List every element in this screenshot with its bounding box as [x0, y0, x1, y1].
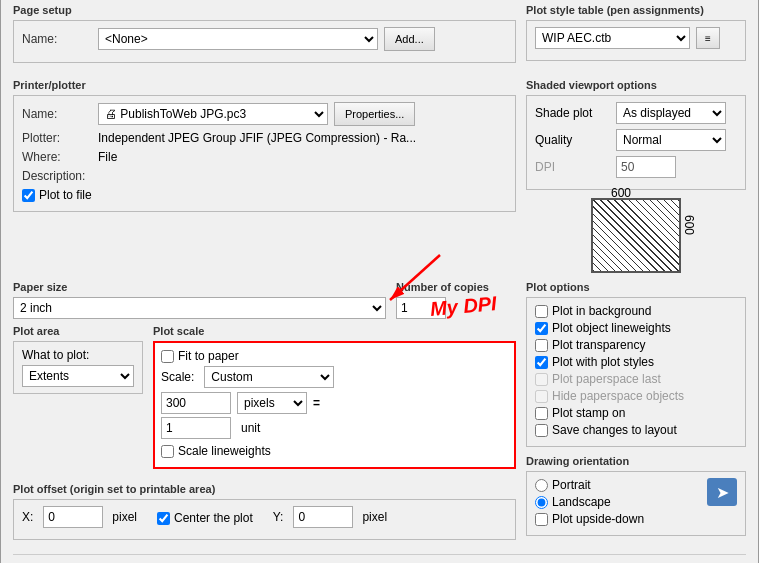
paper-size-section: Paper size 2 inch [13, 281, 386, 319]
plot-to-file-row: Plot to file [22, 188, 507, 202]
dpi-input [616, 156, 676, 178]
landscape-radio[interactable] [535, 496, 548, 509]
save-changes-checkbox[interactable] [535, 424, 548, 437]
plot-area-label: Plot area [13, 325, 143, 337]
plot-to-file-checkbox[interactable] [22, 189, 35, 202]
page-setup-name-label: Name: [22, 32, 92, 46]
plotter-row: Plotter: Independent JPEG Group JFIF (JP… [22, 131, 507, 145]
opt-7: Plot stamp on [535, 406, 737, 420]
fit-to-paper-label: Fit to paper [178, 349, 239, 363]
scale-select-row: Scale: Custom [161, 366, 508, 388]
y-unit: pixel [362, 510, 387, 524]
scale-pixels-unit-select[interactable]: pixels [237, 392, 307, 414]
plot-paperspace-last-label: Plot paperspace last [552, 372, 661, 386]
scale-unit-row: unit [161, 417, 508, 439]
plot-styles-label: Plot with plot styles [552, 355, 654, 369]
opt-4: Plot with plot styles [535, 355, 737, 369]
paper-size-select[interactable]: 2 inch [13, 297, 386, 319]
plot-area-group: What to plot: Extents [13, 341, 143, 394]
opt-3: Plot transparency [535, 338, 737, 352]
plot-bg-checkbox[interactable] [535, 305, 548, 318]
page-setup-group: Name: <None> Add... [13, 20, 516, 63]
fit-to-paper-checkbox[interactable] [161, 350, 174, 363]
center-plot-checkbox[interactable] [157, 512, 170, 525]
what-to-plot-select[interactable]: Extents [22, 365, 134, 387]
scale-pixels-input[interactable] [161, 392, 231, 414]
quality-label: Quality [535, 133, 610, 147]
shade-plot-select[interactable]: As displayed [616, 102, 726, 124]
add-button[interactable]: Add... [384, 27, 435, 51]
plot-style-icon-button[interactable]: ≡ [696, 27, 720, 49]
preview-border [591, 198, 681, 273]
plot-style-table-section: Plot style table (pen assignments) WIP A… [526, 4, 746, 71]
center-plot-row: Center the plot [157, 511, 253, 525]
drawing-orientation-section: Drawing orientation Portrait Landsca [526, 455, 746, 536]
plot-lineweights-checkbox[interactable] [535, 322, 548, 335]
printer-group: Name: 🖨 PublishToWeb JPG.pc3 Properties.… [13, 95, 516, 212]
scale-unit-input[interactable] [161, 417, 231, 439]
plot-scale-label: Plot scale [153, 325, 516, 337]
plot-to-file-label: Plot to file [39, 188, 92, 202]
shaded-viewport-group: Shade plot As displayed Quality Normal D… [526, 95, 746, 190]
plot-area-section: Plot area What to plot: Extents [13, 325, 143, 477]
preview-hatch [593, 200, 679, 271]
scale-lineweights-label: Scale lineweights [178, 444, 271, 458]
plot-style-group: WIP AEC.ctb ≡ [526, 20, 746, 61]
portrait-radio[interactable] [535, 479, 548, 492]
copies-input[interactable] [396, 297, 446, 319]
y-offset-row: Y: pixel [273, 506, 387, 528]
plot-style-select[interactable]: WIP AEC.ctb [535, 27, 690, 49]
scale-lineweights-checkbox[interactable] [161, 445, 174, 458]
printer-section: Printer/plotter Name: 🖨 PublishToWeb JPG… [13, 79, 516, 273]
where-label: Where: [22, 150, 92, 164]
copies-section: Number of copies [396, 281, 516, 319]
plot-styles-checkbox[interactable] [535, 356, 548, 369]
scale-lineweights-row: Scale lineweights [161, 444, 508, 458]
shaded-viewport-label: Shaded viewport options [526, 79, 746, 91]
page-setup-name-select[interactable]: <None> [98, 28, 378, 50]
plot-bg-label: Plot in background [552, 304, 651, 318]
opt-2: Plot object lineweights [535, 321, 737, 335]
orientation-radios: Portrait Landscape Plot upside-down [535, 478, 644, 529]
quality-row: Quality Normal [535, 129, 737, 151]
fit-to-paper-row: Fit to paper [161, 349, 508, 363]
plot-style-row: WIP AEC.ctb ≡ [535, 27, 737, 49]
shade-plot-row: Shade plot As displayed [535, 102, 737, 124]
hide-paperspace-checkbox [535, 390, 548, 403]
x-input[interactable] [43, 506, 103, 528]
page-setup-label: Page setup [13, 4, 516, 16]
scale-select[interactable]: Custom [204, 366, 334, 388]
plot-transparency-checkbox[interactable] [535, 339, 548, 352]
dialog-body: Page setup Name: <None> Add... Plot styl… [1, 0, 758, 563]
properties-button[interactable]: Properties... [334, 102, 415, 126]
plot-stamp-label: Plot stamp on [552, 406, 625, 420]
drawing-orientation-label: Drawing orientation [526, 455, 746, 467]
center-plot-label: Center the plot [174, 511, 253, 525]
y-input[interactable] [293, 506, 353, 528]
landscape-icon-button[interactable]: ➤ [707, 478, 737, 506]
x-label: X: [22, 510, 33, 524]
opt-8: Save changes to layout [535, 423, 737, 437]
plot-stamp-checkbox[interactable] [535, 407, 548, 420]
plot-offset-label: Plot offset (origin set to printable are… [13, 483, 516, 495]
dpi-label: DPI [535, 160, 610, 174]
scale-label: Scale: [161, 370, 194, 384]
upside-down-checkbox[interactable] [535, 513, 548, 526]
where-value: File [98, 150, 117, 164]
portrait-row: Portrait [535, 478, 644, 492]
plotter-value: Independent JPEG Group JFIF (JPEG Compre… [98, 131, 416, 145]
plot-dialog: P Plot - Model ─ □ ✕ Page setup Name: <N… [0, 0, 759, 563]
plotter-label: Plotter: [22, 131, 92, 145]
opt-5: Plot paperspace last [535, 372, 737, 386]
plot-options-group: Plot in background Plot object lineweigh… [526, 297, 746, 447]
plot-scale-section: Plot scale Fit to paper Scale: Custom [153, 325, 516, 477]
quality-select[interactable]: Normal [616, 129, 726, 151]
printer-label: Printer/plotter [13, 79, 516, 91]
printer-name-label: Name: [22, 107, 92, 121]
y-label: Y: [273, 510, 284, 524]
what-to-plot-label: What to plot: [22, 348, 134, 362]
x-offset-row: X: pixel [22, 506, 137, 528]
printer-name-select[interactable]: 🖨 PublishToWeb JPG.pc3 [98, 103, 328, 125]
hide-paperspace-label: Hide paperspace objects [552, 389, 684, 403]
opt-6: Hide paperspace objects [535, 389, 737, 403]
